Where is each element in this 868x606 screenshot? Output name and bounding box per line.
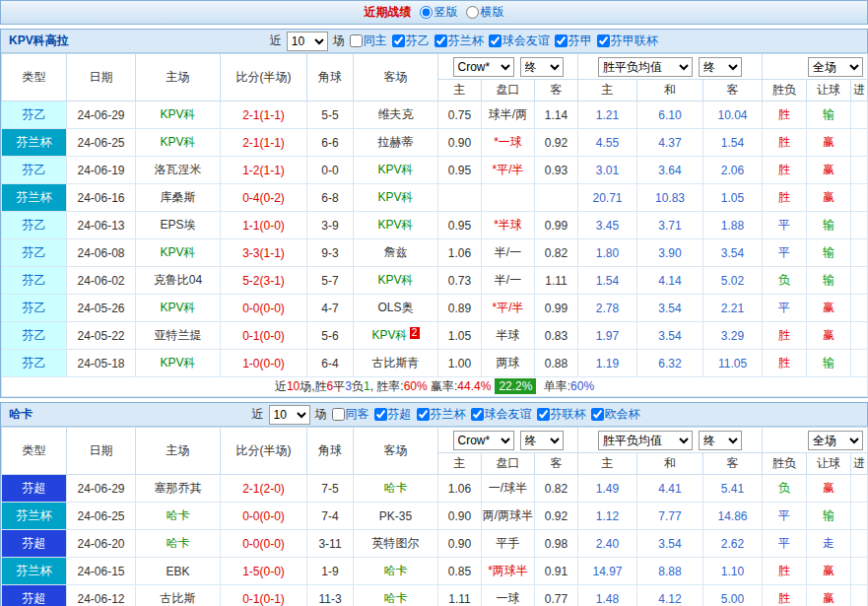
odds-stage-select[interactable]: 终 [699, 57, 742, 77]
asian-handicap: 两/两球半 [482, 503, 535, 530]
summary-segment: 单率: [540, 379, 570, 393]
view-mode-radio[interactable] [420, 6, 433, 19]
summary-segment: 场,胜 [300, 379, 326, 393]
league-label: 芬甲 [568, 33, 592, 49]
odds-stage-select[interactable]: 终 [520, 57, 564, 77]
same-side-checkbox[interactable] [350, 34, 363, 47]
same-side-label: 同主 [364, 33, 387, 49]
asian-odds-controls: Crow*终 [438, 428, 578, 453]
euro-away-odds: 14.86 [703, 503, 763, 530]
league-label: 球会友谊 [485, 406, 532, 423]
euro-home-odds: 1.80 [578, 239, 637, 267]
asian-home-odds: 0.89 [438, 295, 482, 322]
euro-away-odds: 11.05 [703, 350, 763, 377]
goals-cell [851, 350, 868, 377]
corners-cell: 0-0 [307, 157, 354, 184]
league-checkbox[interactable] [392, 34, 405, 47]
asian-away-odds: 0.99 [535, 295, 578, 322]
match-row: 芬乙24-05-26KPV科0-0(0-0)4-7OLS奥0.89*平/半0.9… [2, 295, 868, 322]
view-mode-option[interactable]: 横版 [466, 4, 504, 21]
league-checkbox[interactable] [434, 34, 447, 47]
euro-draw-odds: 6.32 [637, 350, 703, 377]
goals-cell [851, 530, 868, 558]
league-checkbox[interactable] [417, 408, 430, 421]
goals-cell [851, 295, 868, 322]
scope-select[interactable]: 全场 [808, 431, 863, 450]
league-filter[interactable]: 欧会杯 [591, 406, 640, 423]
europe-odds-controls: 胜平负均值终 [578, 428, 763, 453]
league-cell: 芬兰杯 [2, 184, 67, 212]
league-filter[interactable]: 球会友谊 [489, 33, 550, 49]
league-filter[interactable]: 芬兰杯 [417, 406, 466, 423]
result-cell: 负 [763, 475, 807, 503]
league-checkbox[interactable] [489, 34, 501, 47]
column-header: 主场 [136, 54, 221, 101]
result-cell: 胜 [763, 322, 807, 350]
same-side-toggle[interactable]: 同客 [332, 406, 369, 423]
euro-home-odds: 4.55 [578, 129, 637, 157]
recent-count-select[interactable]: 10 [287, 32, 328, 51]
view-mode-label: 横版 [481, 4, 504, 21]
score-cell: 0-0(0-0) [221, 503, 307, 530]
recent-count-select[interactable]: 10 [269, 405, 310, 425]
corners-cell: 4-7 [307, 295, 354, 322]
league-filter[interactable]: 芬甲 [555, 33, 592, 49]
euro-away-odds: 5.00 [703, 585, 763, 606]
recent-label: 近 [270, 33, 282, 49]
column-header: 主 [578, 80, 637, 101]
league-filter[interactable]: 芬兰杯 [434, 33, 484, 49]
league-filter[interactable]: 芬联杯 [537, 406, 586, 423]
league-label: 芬超 [388, 406, 412, 423]
odds-stage-select[interactable]: 终 [520, 431, 564, 450]
section-header: 哈卡近10场同客芬超芬兰杯球会友谊芬联杯欧会杯 [1, 403, 867, 427]
odds-stage-select[interactable]: 终 [699, 431, 742, 450]
goals-cell [851, 129, 868, 157]
home-team: KPV科 [136, 239, 221, 267]
column-header: 和 [637, 80, 703, 101]
asian-away-odds: 0.91 [535, 558, 578, 585]
bookmaker-select[interactable]: Crow* [453, 57, 514, 77]
asian-handicap: *半球 [482, 212, 535, 239]
bookmaker-select[interactable]: Crow* [453, 431, 514, 450]
same-side-toggle[interactable]: 同主 [350, 33, 387, 49]
view-mode-option[interactable]: 竖版 [420, 4, 458, 21]
scope-select[interactable]: 全场 [808, 57, 863, 77]
asian-away-odds: 1.14 [535, 101, 578, 129]
league-checkbox[interactable] [537, 408, 550, 421]
league-checkbox[interactable] [374, 408, 387, 421]
goals-cell [851, 503, 868, 530]
handicap-result-cell: 输 [807, 267, 851, 295]
league-checkbox[interactable] [591, 408, 604, 421]
odds-mode-select[interactable]: 胜平负均值 [598, 431, 693, 450]
handicap-result-cell: 赢 [807, 157, 851, 184]
league-checkbox[interactable] [471, 408, 484, 421]
date-cell: 24-06-29 [67, 101, 136, 129]
column-header: 客 [703, 453, 763, 475]
league-cell: 芬乙 [2, 295, 67, 322]
league-checkbox[interactable] [555, 34, 568, 47]
same-side-checkbox[interactable] [332, 408, 345, 421]
column-header: 进 [851, 80, 868, 101]
view-mode-radio[interactable] [466, 6, 479, 19]
asian-handicap: *一球 [482, 129, 535, 157]
league-filter[interactable]: 芬乙 [392, 33, 430, 49]
league-filter[interactable]: 球会友谊 [471, 406, 532, 423]
handicap-result-cell: 赢 [807, 558, 851, 585]
odds-mode-select[interactable]: 胜平负均值 [598, 57, 693, 77]
league-label: 欧会杯 [605, 406, 640, 423]
asian-home-odds: 1.06 [438, 239, 482, 267]
league-cell: 芬乙 [2, 239, 67, 267]
league-filter[interactable]: 芬超 [374, 406, 412, 423]
euro-draw-odds: 4.12 [637, 585, 703, 606]
asian-away-odds: 0.93 [535, 157, 578, 184]
goals-cell [851, 267, 868, 295]
league-filter[interactable]: 芬甲联杯 [597, 33, 658, 49]
score-cell: 2-1(1-1) [221, 101, 307, 129]
league-checkbox[interactable] [597, 34, 610, 47]
goals-cell [851, 475, 868, 503]
score-cell: 0-0(0-0) [221, 530, 307, 558]
handicap-result-cell: 赢 [807, 184, 851, 212]
corners-cell: 3-11 [307, 530, 354, 558]
home-team: 亚特兰提 [136, 322, 221, 350]
match-row: 芬乙24-06-02克鲁比045-2(3-1)5-7KPV科0.73半/一1.1… [2, 267, 868, 295]
